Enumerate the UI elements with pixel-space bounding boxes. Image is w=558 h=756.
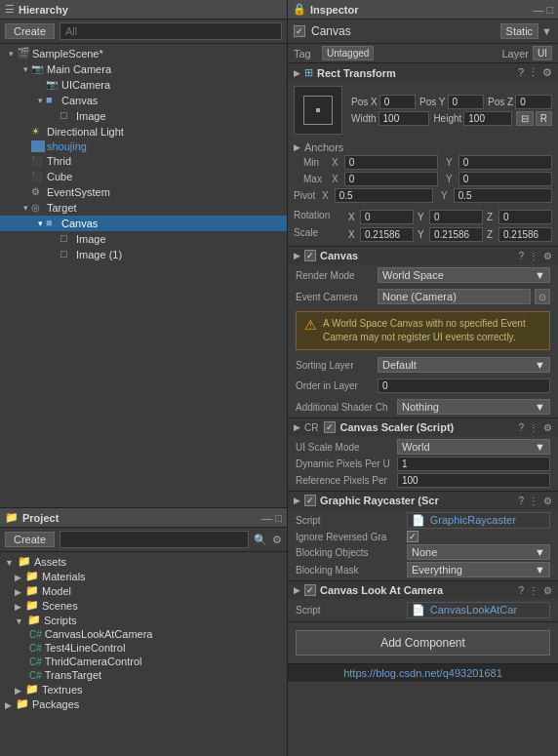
project-item-model[interactable]: 📁 Model [0,583,287,598]
hierarchy-search-input[interactable] [60,22,282,40]
constrain-button[interactable]: ⊟ [516,111,534,126]
inspector-lock-icon[interactable]: 🔒 [293,3,306,16]
raycaster-settings-icon[interactable]: ⚙ [543,496,552,506]
hierarchy-item-image1[interactable]: Image (1) [0,247,287,262]
hierarchy-item-samplescene[interactable]: ▾ 🎬 SampleScene* [0,46,287,61]
canvas-info-icon[interactable]: ? [518,251,524,261]
inspector-maximize-icon[interactable]: □ [546,4,553,16]
project-item-thridcamera[interactable]: C# ThridCameraControl [0,655,287,668]
lookat-active-checkbox[interactable] [304,584,316,596]
width-input[interactable] [379,111,430,126]
scale-x-input[interactable] [360,227,414,242]
reset-button[interactable]: R [536,111,552,126]
rect-transform-header[interactable]: ▶ ⊞ Rect Transform ? ⋮ ⚙ [288,63,558,82]
object-active-checkbox[interactable] [294,25,305,37]
sorting-layer-dropdown[interactable]: Default ▼ [378,357,550,373]
order-in-layer-input[interactable] [378,378,550,393]
inspector-minimize-icon[interactable]: — [533,4,543,16]
hierarchy-item-thrid[interactable]: Thrid [0,153,287,169]
hierarchy-item-shoujing[interactable]: shoujing [0,139,287,153]
pivot-y-input[interactable] [454,188,552,203]
pos-y-input[interactable] [448,95,485,109]
layer-dropdown[interactable]: UI [533,46,552,60]
raycaster-info-icon[interactable]: ? [518,496,524,506]
event-camera-select-button[interactable]: ⊙ [535,289,550,304]
tag-dropdown[interactable]: Untagged [322,46,374,60]
anchor-widget[interactable] [294,86,342,135]
hierarchy-item-canvas-selected[interactable]: ▾ Canvas [0,216,287,231]
height-input[interactable] [463,111,511,126]
ignore-reversed-checkbox[interactable] [407,531,418,542]
scaler-active-checkbox[interactable] [324,421,336,433]
project-item-materials[interactable]: 📁 Materials [0,569,287,583]
raycaster-script-ref[interactable]: 📄 GraphicRaycaster [407,512,550,529]
scaler-info-icon[interactable]: ? [518,422,524,433]
lookat-info-icon[interactable]: ? [518,585,524,596]
hierarchy-item-directional-light[interactable]: Directional Light [0,124,287,139]
hierarchy-item-eventsystem[interactable]: EventSystem [0,184,287,200]
anchor-max-y-input[interactable] [458,172,552,186]
rect-settings-icon[interactable]: ⚙ [542,66,552,79]
reference-pixels-input[interactable] [397,473,550,488]
project-item-transtarget[interactable]: C# TransTarget [0,668,287,682]
lookat-settings-icon[interactable]: ⚙ [543,585,552,596]
raycaster-section-header[interactable]: ▶ Graphic Raycaster (Scr ? ⋮ ⚙ [288,492,558,509]
hierarchy-item-canvas-root[interactable]: ▾ Canvas [0,93,287,108]
hierarchy-create-button[interactable]: Create [5,23,55,39]
raycaster-active-checkbox[interactable] [304,495,316,506]
project-search-input[interactable] [60,531,249,548]
canvas-active-checkbox[interactable] [304,250,316,261]
project-item-canvaslook[interactable]: C# CanvasLookAtCamera [0,627,287,641]
anchor-max-x-input[interactable] [344,172,438,186]
canvas-menu-icon[interactable]: ⋮ [529,251,538,261]
project-maximize-icon[interactable]: □ [275,512,282,524]
hierarchy-item-target[interactable]: ▾ Target [0,200,287,216]
scale-y-input[interactable] [429,227,483,242]
event-camera-dropdown[interactable]: None (Camera) [378,289,531,304]
lookat-menu-icon[interactable]: ⋮ [529,585,538,596]
hierarchy-item-image-child[interactable]: Image [0,231,287,247]
canvas-settings-icon[interactable]: ⚙ [543,251,552,261]
add-component-button[interactable]: Add Component [296,630,550,656]
static-dropdown-icon[interactable]: ▼ [541,25,552,37]
scaler-menu-icon[interactable]: ⋮ [529,422,538,433]
hierarchy-item-maincamera[interactable]: ▾ Main Camera [0,61,287,77]
pos-x-input[interactable] [379,95,416,109]
hierarchy-item-image-root[interactable]: Image [0,108,287,124]
blocking-mask-dropdown[interactable]: Everything ▼ [407,562,550,577]
lookat-script-ref[interactable]: 📄 CanvasLookAtCar [407,602,550,618]
rotation-z-input[interactable] [498,210,552,224]
search-icon[interactable]: 🔍 [254,534,267,546]
raycaster-menu-icon[interactable]: ⋮ [529,496,538,506]
project-item-assets[interactable]: 📁 Assets [0,554,287,569]
lookat-section-header[interactable]: ▶ Canvas Look At Camera ? ⋮ ⚙ [288,581,558,599]
anchor-min-y-input[interactable] [458,155,552,170]
ui-scale-mode-dropdown[interactable]: World ▼ [397,439,550,455]
project-item-packages[interactable]: 📁 Packages [0,696,287,711]
rotation-x-input[interactable] [360,210,414,224]
project-item-scripts[interactable]: 📁 Scripts [0,613,287,627]
static-button[interactable]: Static [500,23,539,39]
scaler-settings-icon[interactable]: ⚙ [543,422,552,433]
render-mode-dropdown[interactable]: World Space ▼ [378,267,550,283]
hierarchy-item-uicamera[interactable]: UICamera [0,77,287,93]
project-create-button[interactable]: Create [5,532,55,547]
project-item-scenes[interactable]: 📁 Scenes [0,598,287,613]
anchor-min-x-input[interactable] [344,155,438,170]
additional-shader-dropdown[interactable]: Nothing ▼ [397,399,550,415]
dynamic-pixels-input[interactable] [397,457,550,471]
rect-menu-icon[interactable]: ⋮ [528,66,538,79]
scale-z-input[interactable] [498,227,552,242]
rotation-y-input[interactable] [429,210,483,224]
project-settings-icon[interactable]: ⚙ [272,534,282,546]
blocking-objects-dropdown[interactable]: None ▼ [407,544,550,560]
pos-z-input[interactable] [515,95,552,109]
rect-info-icon[interactable]: ? [518,66,524,79]
anchors-header[interactable]: ▶ Anchors [294,139,552,155]
hierarchy-item-cube[interactable]: Cube [0,169,287,184]
project-item-test4line[interactable]: C# Test4LineControl [0,641,287,655]
canvas-scaler-header[interactable]: ▶ CR Canvas Scaler (Script) ? ⋮ ⚙ [288,418,558,436]
project-item-textrues[interactable]: 📁 Textrues [0,682,287,696]
pivot-x-input[interactable] [335,188,433,203]
canvas-section-header[interactable]: ▶ Canvas ? ⋮ ⚙ [288,247,558,264]
